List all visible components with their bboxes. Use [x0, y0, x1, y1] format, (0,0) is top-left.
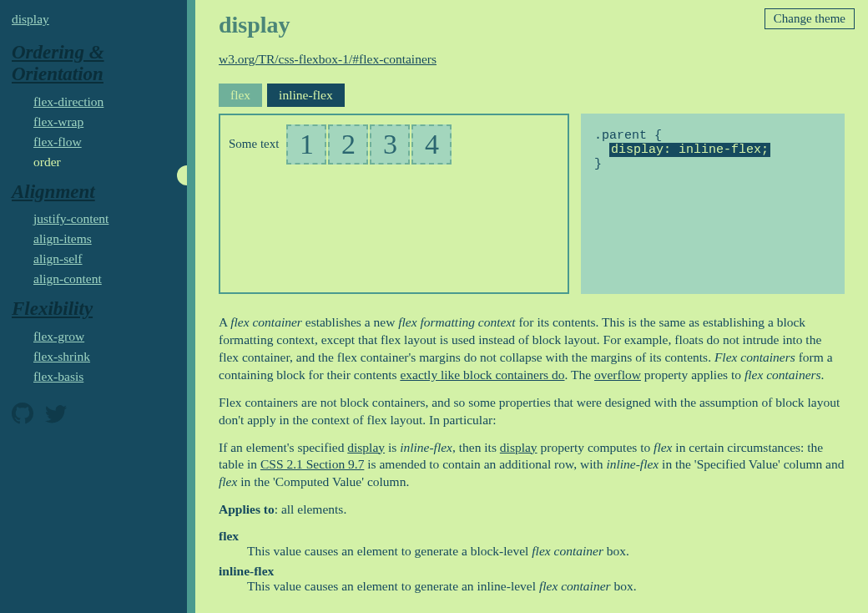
link-display[interactable]: display: [347, 440, 385, 454]
tabs: flexinline-flex: [219, 84, 845, 107]
sidebar-item-align-items[interactable]: align-items: [33, 231, 92, 246]
main-content: Change theme display w3.org/TR/css-flexb…: [187, 0, 868, 613]
code-line: }: [594, 157, 602, 171]
paragraph: Applies to: all elements.: [219, 501, 845, 519]
description: A flex container establishes a new flex …: [219, 314, 845, 594]
def-term: inline-flex: [219, 564, 845, 579]
paragraph: Flex containers are not block containers…: [219, 394, 845, 429]
sidebar-top-link[interactable]: display: [12, 12, 49, 27]
demo-preview: Some text 1234: [219, 114, 569, 294]
sidebar-item-flex-shrink[interactable]: flex-shrink: [33, 349, 90, 364]
def-desc: This value causes an element to generate…: [247, 579, 845, 594]
sidebar: display Ordering & Orientationflex-direc…: [0, 0, 187, 613]
spec-link[interactable]: w3.org/TR/css-flexbox-1/#flex-containers: [219, 52, 437, 67]
tab-inline-flex[interactable]: inline-flex: [267, 84, 345, 107]
code-highlight: display: inline-flex;: [609, 143, 770, 157]
nav-heading[interactable]: Flexibility: [12, 298, 175, 320]
paragraph: If an element's specified display is inl…: [219, 439, 845, 492]
change-theme-button[interactable]: Change theme: [765, 8, 855, 29]
twitter-icon[interactable]: [45, 403, 67, 424]
link-css21[interactable]: CSS 2.1 Section 9.7: [260, 457, 364, 471]
link-block-containers[interactable]: exactly like block containers do: [400, 367, 564, 382]
flex-demo-item: 4: [411, 124, 452, 165]
paragraph: A flex container establishes a new flex …: [219, 314, 845, 384]
page-title: display: [219, 12, 845, 38]
definition-list: flexThis value causes an element to gene…: [219, 529, 845, 594]
code-line: .parent {: [594, 129, 662, 143]
def-desc: This value causes an element to generate…: [247, 544, 845, 559]
flex-demo-item: 3: [370, 124, 410, 165]
sidebar-item-flex-basis[interactable]: flex-basis: [33, 369, 83, 384]
flex-demo-item: 1: [286, 124, 326, 165]
github-icon[interactable]: [12, 403, 33, 424]
flex-container-demo: 1234: [285, 124, 452, 165]
demo-lead-text: Some text: [229, 137, 279, 150]
sidebar-item-justify-content[interactable]: justify-content: [33, 211, 108, 226]
nav-heading[interactable]: Alignment: [12, 181, 175, 203]
tab-flex[interactable]: flex: [219, 84, 262, 107]
nav-heading[interactable]: Ordering & Orientation: [12, 42, 175, 86]
sidebar-item-flex-grow[interactable]: flex-grow: [33, 329, 84, 344]
def-term: flex: [219, 529, 845, 544]
link-overflow[interactable]: overflow: [594, 367, 641, 382]
sidebar-item-order[interactable]: order: [33, 155, 61, 170]
sidebar-item-align-self[interactable]: align-self: [33, 251, 83, 266]
social-links: [12, 403, 175, 424]
sidebar-item-flex-flow[interactable]: flex-flow: [33, 134, 82, 149]
sidebar-item-flex-direction[interactable]: flex-direction: [33, 94, 103, 109]
sidebar-item-align-content[interactable]: align-content: [33, 271, 102, 286]
sidebar-item-flex-wrap[interactable]: flex-wrap: [33, 114, 83, 129]
code-snippet: .parent { display: inline-flex; }: [581, 114, 845, 294]
link-display[interactable]: display: [500, 440, 537, 454]
flex-demo-item: 2: [328, 124, 368, 165]
code-line: [594, 143, 609, 157]
